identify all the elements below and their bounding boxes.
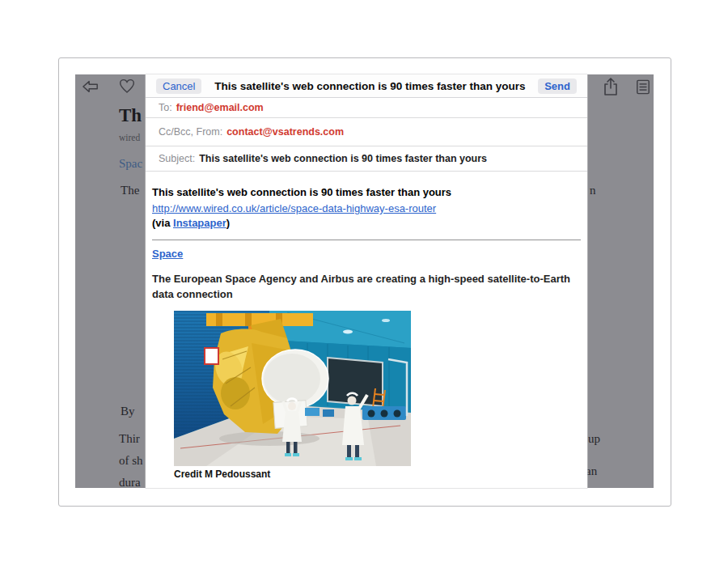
article-text-fragment: The [121,184,139,197]
cancel-button[interactable]: Cancel [156,78,201,94]
screenshot-stage: Th wired Spac The By Thir of sh dura n u… [0,0,728,564]
photo-credit: Credit M Pedoussant [174,469,270,480]
article-text-fragment: n [590,184,596,197]
compose-header: Cancel This satellite's web connection i… [146,74,587,98]
to-label: To: [159,102,172,113]
article-description: The European Space Agency and Airbus are… [152,271,578,302]
article-text-fragment: an [586,464,597,478]
instapaper-link[interactable]: Instapaper [173,217,226,229]
reader-icon[interactable] [636,78,650,95]
to-value: friend@email.com [176,102,264,113]
ccbcc-label: Cc/Bcc, From: [159,126,222,138]
subject-field[interactable]: Subject: This satellite's web connection… [146,146,587,172]
subject-value: This satellite's web connection is 90 ti… [199,153,487,164]
article-text-fragment: Spac [119,157,142,171]
article-text-fragment: Thir [119,432,140,446]
article-text-fragment: wired [119,133,140,142]
send-button[interactable]: Send [538,78,577,94]
compose-title: This satellite's web connection is 90 ti… [201,80,538,92]
heart-icon[interactable] [119,78,135,94]
article-text-fragment: By [121,405,135,418]
divider-rule [152,240,581,240]
back-arrow-icon[interactable] [82,78,99,95]
category-link[interactable]: Space [152,248,183,260]
article-photo [174,311,411,466]
share-icon[interactable] [603,77,619,97]
via-suffix: ) [226,217,230,229]
from-value: contact@vsatrends.com [226,126,344,138]
article-text-fragment: up [588,432,600,446]
subject-label: Subject: [159,153,195,164]
body-headline: This satellite's web connection is 90 ti… [152,186,577,198]
message-body[interactable]: This satellite's web connection is 90 ti… [146,172,587,488]
article-text-fragment: Th [119,105,142,126]
article-text-fragment: of sh [119,454,143,468]
to-field[interactable]: To: friend@email.com [146,98,587,118]
ccbcc-from-field[interactable]: Cc/Bcc, From: contact@vsatrends.com [146,118,587,146]
via-prefix: (via [152,217,173,229]
via-line: (via Instapaper) [152,217,230,229]
article-url-link[interactable]: http://www.wired.co.uk/article/space-dat… [152,202,436,214]
article-text-fragment: dura [119,476,141,490]
